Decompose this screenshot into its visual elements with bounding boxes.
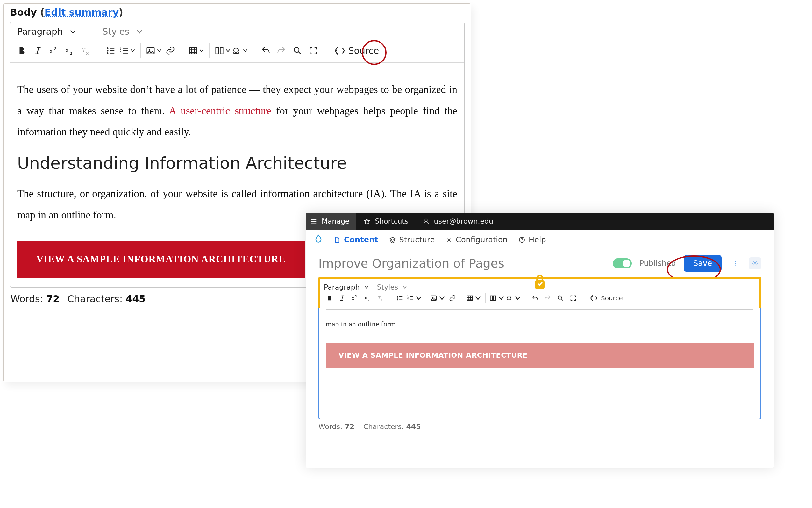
body-paragraph: map in an outline form. — [326, 317, 754, 331]
block-format-select[interactable]: Paragraph — [17, 27, 76, 37]
body-label: Body — [10, 7, 37, 18]
special-char-button[interactable] — [232, 43, 248, 58]
search-icon — [557, 295, 564, 302]
table-icon — [466, 295, 473, 302]
styles-select[interactable]: Styles — [102, 27, 143, 37]
redo-icon — [277, 46, 286, 55]
table-button[interactable] — [466, 292, 482, 304]
shortcuts-link[interactable]: Shortcuts — [356, 213, 415, 229]
chevron-down-icon — [514, 295, 521, 302]
columns-button[interactable] — [215, 43, 231, 58]
cta-button[interactable]: VIEW A SAMPLE INFORMATION ARCHITECTURE — [17, 241, 305, 278]
field-label: Body (Edit summary) — [3, 3, 471, 20]
nav-content[interactable]: Content — [334, 236, 378, 244]
redo-button[interactable] — [274, 43, 289, 58]
nav-structure[interactable]: Structure — [389, 236, 435, 244]
find-replace-button[interactable] — [555, 292, 566, 304]
bullet-list-button[interactable] — [103, 43, 118, 58]
admin-toolbar: Manage Shortcuts user@brown.edu — [306, 213, 774, 229]
user-icon — [422, 218, 430, 225]
columns-button[interactable] — [489, 292, 505, 304]
fullscreen-button[interactable] — [568, 292, 579, 304]
source-icon — [334, 45, 345, 56]
manage-toggle[interactable]: Manage — [306, 213, 356, 229]
table-icon — [188, 46, 198, 55]
special-char-button[interactable] — [506, 292, 521, 304]
more-actions-button[interactable] — [729, 257, 741, 269]
gear-icon — [752, 260, 758, 266]
source-button[interactable]: Source — [331, 45, 382, 56]
find-replace-button[interactable] — [290, 43, 305, 58]
numbered-list-button[interactable] — [407, 292, 422, 304]
lock-icon — [533, 274, 546, 290]
italic-button[interactable] — [31, 43, 45, 58]
remove-format-icon — [81, 46, 90, 55]
columns-icon — [489, 295, 496, 302]
published-label: Published — [639, 259, 676, 268]
link-icon — [449, 295, 456, 302]
image-button[interactable] — [430, 292, 446, 304]
chevron-down-icon — [415, 295, 422, 302]
italic-icon — [33, 46, 43, 55]
gear-icon — [446, 236, 452, 243]
superscript-icon — [352, 295, 359, 302]
subscript-icon — [65, 46, 75, 55]
nav-help[interactable]: Help — [518, 236, 546, 244]
bold-icon — [326, 295, 333, 302]
editor-content[interactable]: map in an outline form. VIEW A SAMPLE IN… — [318, 308, 761, 419]
admin-nav: Content Structure Configuration Help — [306, 229, 774, 250]
page-header: Improve Organization of Pages Published … — [306, 250, 774, 273]
undo-button[interactable] — [258, 43, 273, 58]
omega-icon — [232, 46, 241, 55]
superscript-button[interactable] — [349, 292, 361, 304]
chevron-down-icon — [475, 295, 482, 302]
settings-button[interactable] — [749, 257, 761, 269]
clear-formatting-button[interactable] — [375, 292, 386, 304]
subscript-button[interactable] — [362, 292, 373, 304]
redo-button[interactable] — [542, 292, 553, 304]
undo-icon — [532, 295, 538, 302]
link-button[interactable] — [447, 292, 458, 304]
chevron-down-icon — [403, 285, 407, 290]
chevron-down-icon — [364, 285, 369, 290]
drupal-logo[interactable] — [314, 235, 323, 245]
source-button[interactable]: Source — [587, 294, 626, 302]
editor-area: Paragraph Styles — [318, 278, 761, 419]
bullet-list-button[interactable] — [394, 292, 406, 304]
star-icon — [363, 218, 370, 225]
chevron-down-icon — [243, 48, 248, 53]
fullscreen-icon — [309, 46, 318, 55]
fullscreen-button[interactable] — [306, 43, 321, 58]
cta-button[interactable]: VIEW A SAMPLE INFORMATION ARCHITECTURE — [326, 343, 754, 368]
edit-summary-link[interactable]: Edit summary — [45, 7, 119, 18]
link-button[interactable] — [163, 43, 178, 58]
undo-icon — [261, 46, 270, 55]
bulleted-list-icon — [106, 46, 116, 55]
clear-formatting-button[interactable] — [78, 43, 93, 58]
undo-button[interactable] — [529, 292, 541, 304]
styles-select[interactable]: Styles — [377, 283, 407, 291]
page-title: Improve Organization of Pages — [318, 256, 504, 270]
image-button[interactable] — [146, 43, 162, 58]
bold-button[interactable] — [15, 43, 29, 58]
save-button[interactable]: Save — [684, 255, 722, 272]
italic-button[interactable] — [336, 292, 348, 304]
bold-button[interactable] — [324, 292, 335, 304]
numbered-list-icon — [407, 295, 414, 302]
page-icon — [334, 236, 341, 243]
redo-icon — [544, 295, 551, 302]
nav-configuration[interactable]: Configuration — [446, 236, 507, 244]
superscript-button[interactable] — [46, 43, 61, 58]
chevron-down-icon — [498, 295, 505, 302]
published-toggle[interactable] — [613, 258, 632, 268]
chevron-down-icon — [136, 29, 143, 35]
user-menu[interactable]: user@brown.edu — [415, 213, 500, 229]
table-button[interactable] — [188, 43, 204, 58]
superscript-icon — [49, 46, 58, 55]
spellcheck-underline: A user-centric structure — [169, 105, 271, 117]
numbered-list-button[interactable] — [120, 43, 135, 58]
chevron-down-icon — [130, 48, 135, 53]
subscript-button[interactable] — [62, 43, 77, 58]
body-paragraph-1: The users of your website don’t have a l… — [17, 79, 457, 143]
block-format-select[interactable]: Paragraph — [324, 283, 369, 291]
